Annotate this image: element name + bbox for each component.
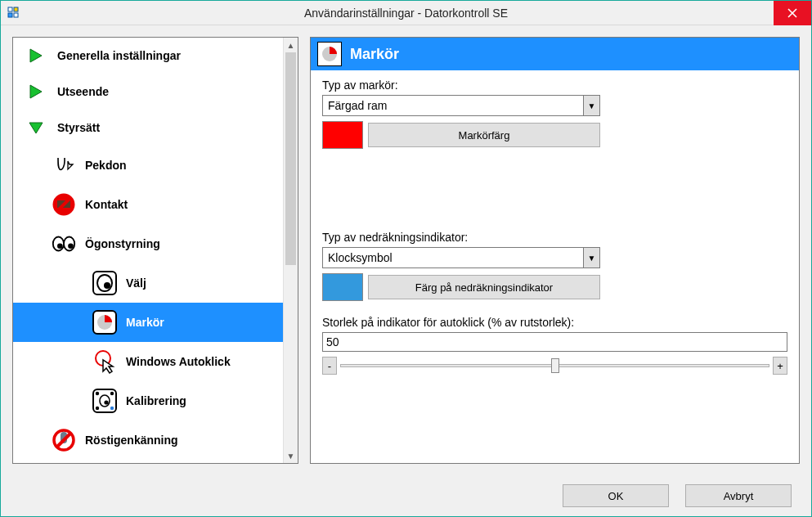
nav-contact[interactable]: Kontakt: [13, 185, 283, 224]
cursor-color-swatch[interactable]: [322, 121, 363, 149]
close-button[interactable]: [774, 1, 811, 25]
scroll-thumb[interactable]: [285, 52, 296, 265]
svg-point-15: [57, 244, 63, 250]
svg-point-29: [104, 400, 108, 404]
cursor-type-select[interactable]: Färgad ram ▼: [322, 95, 600, 116]
countdown-type-select[interactable]: Klocksymbol ▼: [322, 247, 600, 268]
nav-label: Röstigenkänning: [85, 434, 178, 447]
play-icon: [23, 83, 49, 100]
nav-scrollbar[interactable]: ▲ ▼: [283, 38, 298, 463]
nav-label: Styrsätt: [57, 121, 100, 134]
svg-point-24: [96, 392, 99, 395]
countdown-color-button-label: Färg på nedräkningsindikator: [415, 281, 553, 294]
expand-down-icon: [23, 119, 49, 136]
nav-control-method[interactable]: Styrsätt: [13, 110, 283, 146]
nav-label: Välj: [126, 276, 146, 290]
countdown-type-label: Typ av nedräkningsindikator:: [322, 231, 787, 244]
titlebar: Användarinställningar - Datorkontroll SE: [1, 1, 811, 25]
size-slider[interactable]: [340, 357, 769, 375]
panel-header: Markör: [311, 38, 799, 70]
svg-point-16: [68, 244, 74, 250]
countdown-type-value: Klocksymbol: [328, 251, 393, 264]
svg-point-13: [53, 237, 64, 251]
calibration-icon: [92, 388, 118, 414]
nav-label: Kontakt: [85, 198, 128, 211]
chevron-down-icon: ▼: [583, 96, 599, 115]
nav-voice-recognition[interactable]: Röstigenkänning: [13, 420, 283, 460]
svg-marker-6: [30, 49, 42, 62]
nav-label: Generella inställningar: [57, 49, 181, 62]
countdown-color-button[interactable]: Färg på nedräkningsindikator: [368, 275, 600, 299]
nav-calibration[interactable]: Kalibrering: [13, 381, 283, 420]
eye-select-icon: [92, 270, 118, 296]
nav-cursor[interactable]: Markör: [13, 303, 283, 342]
nav-tree: Generella inställningar Utseende Styrsät…: [12, 37, 298, 464]
svg-point-19: [104, 282, 110, 289]
svg-rect-0: [8, 7, 12, 11]
ok-button[interactable]: OK: [563, 484, 669, 507]
scroll-up-icon[interactable]: ▲: [284, 38, 298, 52]
nav-label: Kalibrering: [126, 394, 186, 407]
nav-select[interactable]: Välj: [13, 263, 283, 303]
nav-appearance[interactable]: Utseende: [13, 74, 283, 110]
settings-window: Användarinställningar - Datorkontroll SE…: [0, 0, 812, 517]
ok-label: OK: [608, 490, 624, 502]
cursor-color-button[interactable]: Markörfärg: [368, 123, 600, 147]
close-icon: [787, 8, 797, 18]
cursor-type-value: Färgad ram: [328, 99, 387, 112]
cursor-pie-icon: [92, 309, 118, 335]
no-contact-icon: [51, 192, 77, 217]
svg-point-14: [64, 237, 74, 251]
window-title: Användarinställningar - Datorkontroll SE: [1, 7, 811, 20]
body: Generella inställningar Utseende Styrsät…: [1, 25, 811, 475]
footer: OK Avbryt: [1, 475, 811, 516]
eyes-icon: [51, 233, 77, 254]
nav-label: Utseende: [57, 85, 109, 98]
no-voice-icon: [51, 428, 77, 452]
nav-label: Markör: [126, 316, 164, 329]
autoclick-icon: [92, 348, 118, 375]
increment-button[interactable]: +: [773, 357, 787, 375]
nav-pointing-device[interactable]: Pekdon: [13, 146, 283, 185]
nav-general-settings[interactable]: Generella inställningar: [13, 38, 283, 74]
cursor-color-button-label: Markörfärg: [459, 129, 510, 142]
scroll-down-icon[interactable]: ▼: [284, 448, 298, 463]
cancel-label: Avbryt: [724, 490, 754, 502]
svg-marker-8: [29, 123, 43, 133]
svg-point-26: [96, 407, 99, 410]
svg-point-18: [97, 275, 112, 291]
decrement-button[interactable]: -: [322, 357, 337, 375]
svg-rect-1: [14, 7, 18, 11]
cancel-button[interactable]: Avbryt: [685, 484, 792, 507]
svg-point-28: [100, 395, 110, 407]
svg-marker-7: [30, 85, 42, 98]
size-label: Storlek på indikator för autoklick (% av…: [322, 316, 787, 329]
cursor-pie-icon: [317, 42, 342, 66]
nav-windows-autoclick[interactable]: Windows Autoklick: [13, 342, 283, 381]
cursor-type-label: Typ av markör:: [322, 79, 787, 92]
nav-label: Windows Autoklick: [126, 355, 231, 368]
pointer-icon: [51, 153, 77, 178]
app-icon: [7, 7, 20, 20]
nav-eye-control[interactable]: Ögonstyrning: [13, 224, 283, 263]
slider-handle[interactable]: [551, 358, 559, 373]
nav-label: Pekdon: [85, 159, 127, 172]
svg-point-25: [110, 392, 114, 395]
chevron-down-icon: ▼: [583, 248, 599, 267]
nav-label: Ögonstyrning: [85, 237, 160, 250]
countdown-color-swatch[interactable]: [322, 273, 363, 301]
settings-panel: Markör Typ av markör: Färgad ram ▼ Markö…: [310, 37, 800, 464]
scroll-track[interactable]: [284, 52, 298, 448]
svg-point-27: [110, 407, 114, 410]
svg-rect-3: [14, 13, 18, 17]
size-input[interactable]: [322, 332, 787, 352]
panel-title: Markör: [350, 46, 399, 63]
play-icon: [23, 47, 49, 64]
svg-rect-2: [8, 13, 12, 17]
